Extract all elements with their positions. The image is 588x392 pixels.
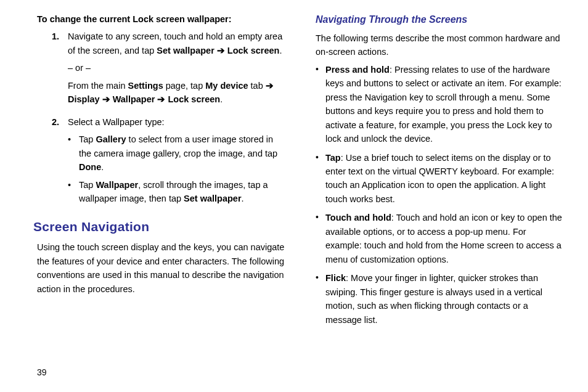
step-1: 1. Navigate to any screen, touch and hol… (37, 30, 285, 110)
term: Tap (325, 153, 341, 163)
list-item: • Flick: Move your finger in lighter, qu… (316, 271, 563, 327)
or-separator: – or – (68, 61, 285, 75)
bold-text: Lock screen (227, 46, 280, 55)
sub-bullet: • Tap Wallpaper, scroll through the imag… (68, 178, 285, 206)
bullet-icon: • (316, 63, 325, 146)
text: page, tap (163, 81, 206, 91)
definition: : Use a brief touch to select items on t… (325, 153, 554, 204)
list-item: • Press and hold: Pressing relates to us… (316, 63, 563, 146)
bold-text: Settings (128, 81, 163, 91)
manual-page: To change the current Lock screen wallpa… (0, 0, 588, 392)
bold-text: Lock screen (168, 94, 220, 104)
bold-text: Set wallpaper (184, 194, 241, 203)
bullet-icon: • (316, 211, 325, 266)
definition: : Pressing relates to use of the hardwar… (325, 65, 561, 144)
right-column: Navigating Through the Screens The follo… (316, 12, 563, 392)
sub-bullet: • Tap Gallery to select from a user imag… (68, 133, 285, 174)
list-item: • Tap: Use a brief touch to select items… (316, 151, 563, 206)
bold-text: Wallpaper (96, 180, 138, 190)
bullet-icon: • (68, 178, 79, 206)
step-number: 2. (37, 115, 68, 210)
bold-text: Wallpaper (113, 94, 155, 104)
text: Tap (79, 134, 96, 144)
left-column: To change the current Lock screen wallpa… (37, 12, 285, 392)
page-number: 39 (37, 367, 47, 377)
bold-text: Gallery (96, 134, 126, 144)
text: . (220, 94, 223, 104)
bold-text: Display (68, 94, 100, 104)
term: Flick (325, 273, 346, 283)
arrow-icon: ➔ (266, 81, 274, 91)
step-body: Navigate to any screen, touch and hold a… (68, 30, 285, 110)
term: Press and hold (325, 65, 390, 75)
paragraph: Using the touch screen display and the k… (37, 240, 285, 296)
bold-text: Done (79, 162, 101, 172)
bold-text: My device (205, 81, 248, 91)
bullet-icon: • (316, 151, 325, 206)
section-lead: To change the current Lock screen wallpa… (37, 12, 285, 26)
text: Select a Wallpaper type: (68, 115, 285, 129)
step-number: 1. (37, 30, 68, 110)
text: . (101, 162, 104, 172)
term: Touch and hold (325, 213, 391, 223)
text: From the main (68, 81, 128, 91)
text: tab (248, 81, 266, 91)
list-item: • Touch and hold: Touch and hold an icon… (316, 211, 563, 266)
terms-list: • Press and hold: Pressing relates to us… (316, 63, 563, 327)
heading-navigating-screens: Navigating Through the Screens (316, 12, 563, 28)
step-body: Select a Wallpaper type: • Tap Gallery t… (68, 115, 285, 210)
text: . (242, 194, 244, 203)
definition: : Move your finger in lighter, quicker s… (325, 273, 542, 324)
text: Tap (79, 180, 96, 190)
step-2: 2. Select a Wallpaper type: • Tap Galler… (37, 115, 285, 210)
bullet-icon: • (68, 133, 79, 174)
arrow-icon: ➔ (100, 94, 113, 104)
text: . (279, 46, 282, 55)
intro-paragraph: The following terms describe the most co… (316, 31, 563, 59)
bold-text: Set wallpaper (157, 46, 214, 55)
arrow-icon: ➔ (214, 46, 227, 55)
arrow-icon: ➔ (155, 94, 168, 104)
bullet-icon: • (316, 271, 325, 327)
heading-screen-navigation: Screen Navigation (33, 217, 285, 237)
